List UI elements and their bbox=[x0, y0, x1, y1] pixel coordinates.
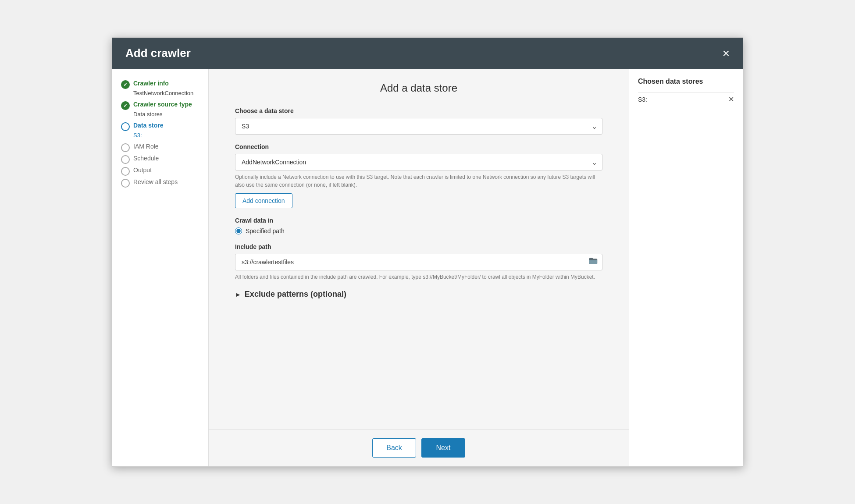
remove-s3-button[interactable]: ✕ bbox=[728, 96, 734, 103]
sidebar-step-sublabel-source-type: Data stores bbox=[133, 111, 200, 118]
step-check-icon: ✓ bbox=[121, 80, 130, 89]
chosen-item-label-s3: S3: bbox=[638, 96, 647, 103]
radio-specified-path-input[interactable] bbox=[235, 227, 242, 234]
next-button[interactable]: Next bbox=[421, 438, 465, 458]
sidebar-step-label-iam: IAM Role bbox=[133, 143, 159, 150]
exclude-patterns-label: Exclude patterns (optional) bbox=[245, 290, 346, 299]
sidebar-item-crawler-info[interactable]: ✓ Crawler info TestNetworkConnection bbox=[121, 80, 200, 97]
connection-help-text: Optionally include a Network connection … bbox=[235, 173, 602, 189]
sidebar-item-iam-role: IAM Role bbox=[121, 143, 200, 152]
crawl-data-label: Crawl data in bbox=[235, 217, 602, 224]
sidebar-step-label-source-type[interactable]: Crawler source type bbox=[133, 101, 192, 108]
sidebar-step-label-data-store[interactable]: Data store bbox=[133, 122, 163, 129]
radio-specified-path[interactable]: Specified path bbox=[235, 227, 602, 234]
data-store-select[interactable]: S3 JDBC DynamoDB MongoDB bbox=[235, 118, 602, 135]
sidebar-item-review: Review all steps bbox=[121, 178, 200, 188]
connection-select-wrapper: AddNetworkConnection None ⌄ bbox=[235, 154, 602, 170]
sidebar-item-output: Output bbox=[121, 167, 200, 176]
exclude-arrow-icon: ► bbox=[235, 291, 241, 298]
back-button[interactable]: Back bbox=[372, 438, 416, 458]
sidebar-item-data-store[interactable]: Data store S3: bbox=[121, 122, 200, 139]
exclude-patterns-section[interactable]: ► Exclude patterns (optional) bbox=[235, 290, 602, 299]
step-circle-icon-schedule bbox=[121, 155, 130, 164]
page-title: Add a data store bbox=[235, 82, 602, 94]
sidebar-step-label-review: Review all steps bbox=[133, 178, 178, 185]
sidebar-item-schedule: Schedule bbox=[121, 155, 200, 164]
include-path-input-wrapper bbox=[235, 254, 602, 270]
close-button[interactable]: × bbox=[723, 47, 730, 60]
folder-icon[interactable] bbox=[588, 256, 598, 268]
modal-title: Add crawler bbox=[125, 46, 191, 60]
crawl-data-group: Crawl data in Specified path bbox=[235, 217, 602, 234]
radio-specified-path-label: Specified path bbox=[246, 227, 285, 234]
sidebar: ✓ Crawler info TestNetworkConnection ✓ C… bbox=[112, 69, 209, 466]
modal-header: Add crawler × bbox=[112, 38, 743, 69]
content-area: Add a data store Choose a data store S3 … bbox=[209, 69, 629, 429]
sidebar-step-label-output: Output bbox=[133, 167, 152, 174]
right-panel-divider bbox=[638, 92, 734, 92]
data-store-group: Choose a data store S3 JDBC DynamoDB Mon… bbox=[235, 107, 602, 135]
data-store-label: Choose a data store bbox=[235, 107, 602, 114]
sidebar-item-crawler-source-type[interactable]: ✓ Crawler source type Data stores bbox=[121, 101, 200, 118]
connection-select[interactable]: AddNetworkConnection None bbox=[235, 154, 602, 170]
chosen-item-s3: S3: ✕ bbox=[638, 96, 734, 103]
include-path-input[interactable] bbox=[235, 254, 602, 270]
sidebar-step-sublabel-data-store: S3: bbox=[133, 132, 200, 139]
modal-body: ✓ Crawler info TestNetworkConnection ✓ C… bbox=[112, 69, 743, 466]
step-circle-active-icon bbox=[121, 122, 130, 131]
data-store-select-wrapper: S3 JDBC DynamoDB MongoDB ⌄ bbox=[235, 118, 602, 135]
content-footer: Back Next bbox=[209, 429, 629, 466]
right-panel: Chosen data stores S3: ✕ bbox=[629, 69, 743, 466]
sidebar-step-label-schedule: Schedule bbox=[133, 155, 159, 162]
connection-group: Connection AddNetworkConnection None ⌄ O… bbox=[235, 143, 602, 208]
include-path-group: Include path All folders and files conta… bbox=[235, 243, 602, 281]
include-path-help-text: All folders and files contained in the i… bbox=[235, 273, 602, 281]
step-circle-icon-iam bbox=[121, 143, 130, 152]
step-circle-icon-output bbox=[121, 167, 130, 176]
sidebar-step-sublabel-crawler-info: TestNetworkConnection bbox=[133, 90, 200, 97]
step-circle-icon-review bbox=[121, 179, 130, 188]
sidebar-step-label-crawler-info[interactable]: Crawler info bbox=[133, 80, 169, 87]
crawl-radio-group: Specified path bbox=[235, 227, 602, 234]
main-content: Add a data store Choose a data store S3 … bbox=[209, 69, 629, 466]
step-check-icon-2: ✓ bbox=[121, 101, 130, 110]
add-connection-button[interactable]: Add connection bbox=[235, 193, 292, 208]
right-panel-title: Chosen data stores bbox=[638, 78, 734, 85]
connection-label: Connection bbox=[235, 143, 602, 150]
include-path-label: Include path bbox=[235, 243, 602, 250]
